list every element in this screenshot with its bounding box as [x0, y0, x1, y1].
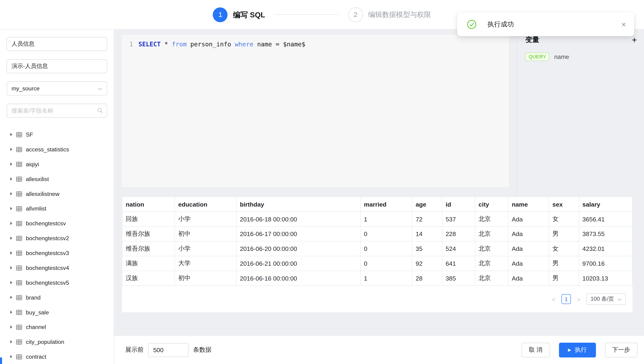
left-sidebar: my_source SFaccess_statisticsaiqiyialles… [0, 30, 114, 364]
table-icon [16, 191, 22, 197]
table-icon [16, 250, 22, 256]
caret-right-icon[interactable] [10, 355, 12, 358]
table-tree-item[interactable]: bochengtestcsv5 [0, 275, 114, 290]
variable-name: name [554, 54, 569, 60]
table-row: 汉族初中2016-06-16 00:00:00128385北京Ada男10203… [122, 271, 632, 286]
column-header: married [360, 197, 412, 212]
toast-close-icon[interactable]: × [621, 20, 626, 28]
table-tree-item[interactable]: allesxilist [0, 171, 114, 187]
previous-page-button[interactable]: < [550, 296, 558, 303]
table-tree-item[interactable]: brand [0, 290, 114, 305]
cancel-button[interactable]: 取 消 [522, 342, 550, 357]
next-page-button[interactable]: > [575, 296, 582, 303]
page-size-value: 100 条/页 [590, 295, 614, 303]
table-cell: 满族 [122, 256, 175, 271]
table-tree-item[interactable]: bochengtestcsv3 [0, 246, 114, 260]
limit-prefix-label: 展示前 [125, 346, 144, 354]
table-search-input[interactable] [6, 104, 107, 118]
table-icon [16, 131, 22, 138]
table-cell: 3873.55 [579, 227, 632, 241]
table-icon [16, 235, 22, 241]
caret-right-icon[interactable] [10, 133, 12, 136]
table-icon [16, 353, 22, 360]
sql-token: SELECT [138, 41, 161, 48]
datasource-select[interactable]: my_source [6, 81, 107, 95]
execute-button-label: 执行 [575, 346, 586, 354]
table-tree-item[interactable]: bochengtestcsv [0, 216, 114, 231]
table-icon [16, 324, 22, 330]
page-size-select[interactable]: 100 条/页 [586, 293, 626, 305]
footer-bar: 展示前 条数据 取 消 ▶ 执行 下一步 [114, 335, 644, 364]
caret-right-icon[interactable] [10, 311, 12, 314]
next-step-button[interactable]: 下一步 [605, 342, 638, 357]
table-cell: Ada [508, 256, 549, 271]
add-variable-button[interactable]: + [632, 35, 637, 44]
table-icon [16, 176, 22, 182]
sql-editor[interactable]: 1 SELECT * from person_info where name =… [122, 35, 509, 187]
table-cell: 0 [360, 256, 412, 271]
table-cell: Ada [508, 241, 549, 256]
table-name-label: channel [26, 324, 46, 330]
caret-right-icon[interactable] [10, 162, 12, 166]
step-connector-line [274, 14, 339, 15]
variables-panel: 变量 + QUERY name [517, 30, 644, 197]
table-cell: 小学 [175, 212, 236, 227]
caret-right-icon[interactable] [10, 251, 12, 255]
table-cell: 小学 [175, 241, 236, 256]
table-cell: 524 [442, 241, 475, 256]
model-name-input[interactable] [6, 37, 107, 51]
table-name-label: allesxilistnew [26, 190, 60, 197]
table-icon [16, 220, 22, 227]
table-cell: 35 [412, 241, 442, 256]
step-2-edit-model[interactable]: 2 编辑数据模型与权限 [348, 7, 431, 22]
search-icon [97, 107, 103, 114]
page-number-button[interactable]: 1 [561, 294, 571, 304]
sql-editor-region: 1 SELECT * from person_info where name =… [114, 30, 517, 197]
table-tree-item[interactable]: city_population [0, 334, 114, 349]
table-name-label: access_statistics [26, 146, 69, 152]
table-cell: 641 [442, 256, 475, 271]
table-tree-item[interactable]: SF [0, 127, 114, 142]
table-cell: 北京 [475, 271, 508, 286]
toast-message: 执行成功 [488, 20, 621, 29]
caret-right-icon[interactable] [10, 281, 12, 284]
caret-right-icon[interactable] [10, 207, 12, 210]
table-tree-item[interactable]: allvmlist [0, 201, 114, 216]
caret-right-icon[interactable] [10, 340, 12, 343]
table-tree-item[interactable]: access_statistics [0, 142, 114, 157]
results-table: nationeducationbirthdaymarriedageidcityn… [122, 197, 632, 286]
step-1-write-sql[interactable]: 1 编写 SQL [213, 7, 265, 22]
sql-token: name = $name$ [254, 41, 305, 48]
caret-right-icon[interactable] [10, 177, 12, 180]
table-cell: Ada [508, 227, 549, 241]
table-tree-item[interactable]: bochengtestcsv2 [0, 231, 114, 246]
upper-section: 1 SELECT * from person_info where name =… [114, 30, 644, 197]
caret-right-icon[interactable] [10, 237, 12, 240]
table-row: 维吾尔族初中2016-06-17 00:00:00014228北京Ada男387… [122, 227, 632, 241]
table-cell: 维吾尔族 [122, 241, 175, 256]
table-cell: 男 [549, 227, 579, 241]
caret-right-icon[interactable] [10, 325, 12, 328]
table-name-label: allvmlist [26, 205, 46, 212]
table-cell: 3656.41 [579, 212, 632, 227]
table-tree-item[interactable]: channel [0, 320, 114, 334]
table-tree-item[interactable]: aiqiyi [0, 157, 114, 171]
table-cell: 385 [442, 271, 475, 286]
execute-button[interactable]: ▶ 执行 [559, 342, 596, 357]
caret-right-icon[interactable] [10, 296, 12, 299]
caret-right-icon[interactable] [10, 222, 12, 225]
caret-right-icon[interactable] [10, 148, 12, 151]
table-cell: 维吾尔族 [122, 227, 175, 241]
table-tree-item[interactable]: contract [0, 349, 114, 364]
scrollbar-thumb[interactable] [0, 357, 2, 364]
table-tree-item[interactable]: buy_sale [0, 305, 114, 320]
table-cell: 72 [412, 212, 442, 227]
table-name-label: SF [26, 131, 33, 138]
caret-right-icon[interactable] [10, 192, 12, 196]
model-title-input[interactable] [6, 59, 107, 73]
table-tree-item[interactable]: bochengtestcsv4 [0, 260, 114, 275]
caret-right-icon[interactable] [10, 266, 12, 269]
table-tree-item[interactable]: allesxilistnew [0, 187, 114, 201]
column-header: salary [579, 197, 632, 212]
row-limit-input[interactable] [148, 343, 188, 357]
